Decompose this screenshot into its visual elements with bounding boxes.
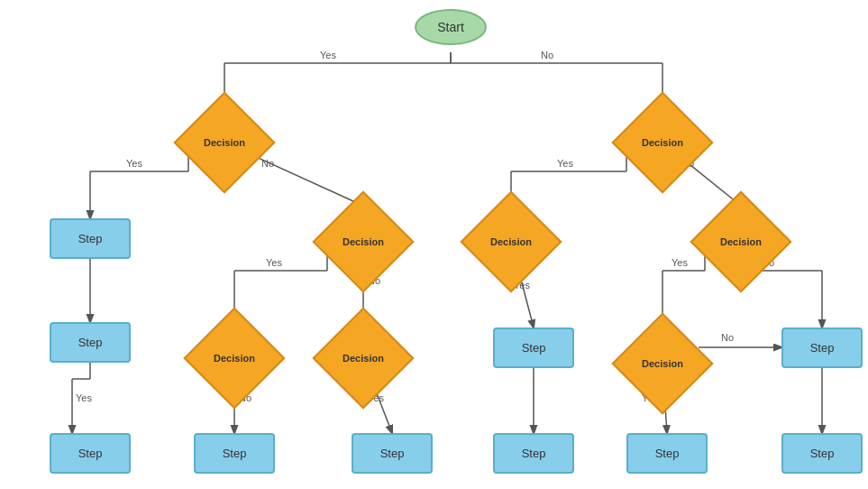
step-6: Step <box>194 433 275 474</box>
step-9: Step <box>626 433 708 474</box>
label-d1-yes: Yes <box>126 158 142 169</box>
step-4: Step <box>781 328 863 368</box>
step-5-label: Step <box>78 447 103 460</box>
step-10: Step <box>781 433 863 474</box>
label-start-yes: Yes <box>320 50 336 60</box>
decision-6: Decision <box>198 322 270 394</box>
decision-2: Decision <box>626 106 699 179</box>
step-9-label: Step <box>655 447 680 460</box>
label-step2-yes: Yes <box>76 392 92 403</box>
step-8-label: Step <box>522 447 546 460</box>
start-label: Start <box>437 20 464 34</box>
label-d3-yes: Yes <box>266 257 282 268</box>
label-d1-no: No <box>261 158 274 169</box>
step-3: Step <box>493 328 574 368</box>
step-2-label: Step <box>78 336 103 349</box>
step-7-label: Step <box>380 447 405 460</box>
step-6-label: Step <box>223 447 247 460</box>
step-8: Step <box>493 433 574 474</box>
decision-7: Decision <box>327 322 399 394</box>
step-2: Step <box>50 322 131 363</box>
label-d5-yes: Yes <box>672 257 688 268</box>
step-1-label: Step <box>78 232 103 245</box>
step-3-label: Step <box>522 341 546 355</box>
step-7: Step <box>352 433 433 474</box>
label-start-no: No <box>541 50 553 60</box>
decision-8: Decision <box>626 328 699 400</box>
decision-1: Decision <box>188 106 260 179</box>
step-5: Step <box>50 433 131 474</box>
decision-5: Decision <box>705 206 777 278</box>
decision-3: Decision <box>327 206 399 278</box>
label-d2-yes: Yes <box>557 158 573 169</box>
decision-4: Decision <box>475 206 547 278</box>
start-node: Start <box>415 9 487 45</box>
step-4-label: Step <box>810 341 835 355</box>
step-1: Step <box>50 218 131 259</box>
step-10-label: Step <box>810 447 835 460</box>
label-d8-no: No <box>721 332 734 343</box>
